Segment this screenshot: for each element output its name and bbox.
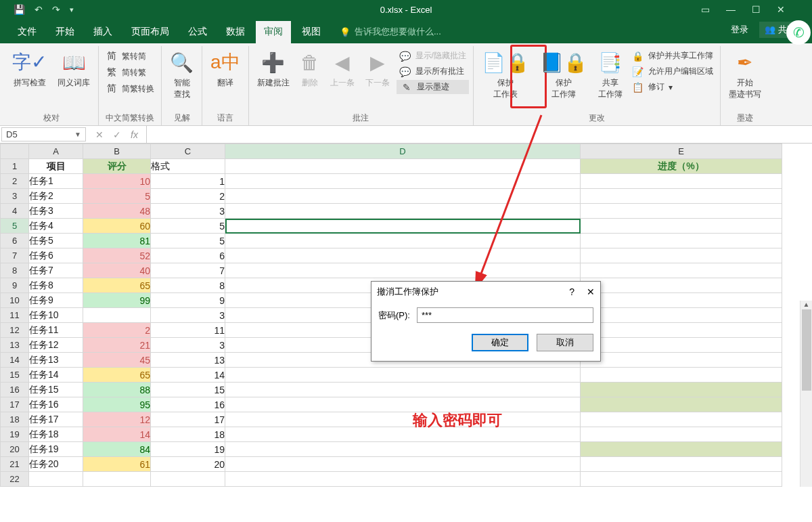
cell-B2[interactable]: 10 <box>83 174 151 189</box>
redo-icon[interactable]: ↷ <box>52 4 60 15</box>
phone-icon[interactable]: ✆ <box>786 20 811 45</box>
cell-B9[interactable]: 65 <box>83 278 151 293</box>
row-17[interactable]: 17 <box>1 397 29 412</box>
row-22[interactable]: 22 <box>1 472 29 487</box>
vertical-scrollbar[interactable]: ▲ <box>800 301 812 487</box>
cell-B17[interactable]: 95 <box>83 397 151 412</box>
cell-A21[interactable]: 任务20 <box>29 457 83 472</box>
ok-button[interactable]: 确定 <box>472 334 528 351</box>
cell-A9[interactable]: 任务8 <box>29 278 83 293</box>
cell-B12[interactable]: 2 <box>83 323 151 338</box>
cell-E18[interactable] <box>581 412 782 427</box>
cell-E13[interactable] <box>581 338 782 353</box>
protect-workbook-button[interactable]: 📘🔒 保护 工作簿 <box>536 47 591 103</box>
cell-C12[interactable]: 11 <box>151 323 225 338</box>
allow-edit-button[interactable]: 📝允许用户编辑区域 <box>629 64 716 79</box>
cell-C14[interactable]: 13 <box>151 353 225 368</box>
cell-C1[interactable]: 格式 <box>151 159 225 174</box>
tell-me-search[interactable]: 💡 告诉我您想要做什么... <box>340 26 441 43</box>
spellcheck-button[interactable]: 字✓ 拼写检查 <box>8 47 51 91</box>
cell-E6[interactable] <box>581 234 782 248</box>
cell-B21[interactable]: 61 <box>83 457 151 472</box>
row-5[interactable]: 5 <box>1 219 29 234</box>
cell-D4[interactable] <box>225 204 581 219</box>
tab-公式[interactable]: 公式 <box>180 21 215 43</box>
protect-sheet-button[interactable]: 📄🔒 保护 工作表 <box>478 47 533 103</box>
track-changes-button[interactable]: 📋修订 ▾ <box>629 80 716 94</box>
tab-页面布局[interactable]: 页面布局 <box>123 21 177 43</box>
password-input[interactable] <box>417 307 593 323</box>
cell-E5[interactable] <box>581 219 782 234</box>
cell-C19[interactable]: 18 <box>151 427 225 442</box>
cell-B20[interactable]: 84 <box>83 442 151 457</box>
cell-C16[interactable]: 15 <box>151 383 225 397</box>
cell-E8[interactable] <box>581 263 782 278</box>
col-C[interactable]: C <box>151 144 225 159</box>
cell-A18[interactable]: 任务17 <box>29 412 83 427</box>
row-14[interactable]: 14 <box>1 353 29 368</box>
undo-icon[interactable]: ↶ <box>35 4 43 15</box>
cell-B13[interactable]: 21 <box>83 338 151 353</box>
cell-B15[interactable]: 65 <box>83 368 151 383</box>
col-D[interactable]: D <box>225 144 581 159</box>
restore-window-icon[interactable]: ▭ <box>701 4 710 15</box>
cell-A4[interactable]: 任务3 <box>29 204 83 219</box>
cell-D18[interactable] <box>225 412 581 427</box>
cell-C4[interactable]: 3 <box>151 204 225 219</box>
cell-E4[interactable] <box>581 204 782 219</box>
cell-A12[interactable]: 任务11 <box>29 323 83 338</box>
col-A[interactable]: A <box>29 144 83 159</box>
cell-A15[interactable]: 任务14 <box>29 368 83 383</box>
cell-E12[interactable] <box>581 323 782 338</box>
cell-A7[interactable]: 任务6 <box>29 248 83 263</box>
cell-A5[interactable]: 任务4 <box>29 219 83 234</box>
row-16[interactable]: 16 <box>1 383 29 397</box>
cell-D16[interactable] <box>225 383 581 397</box>
cell-A2[interactable]: 任务1 <box>29 174 83 189</box>
cell-D8[interactable] <box>225 263 581 278</box>
cell-C6[interactable]: 5 <box>151 234 225 248</box>
dialog-help-icon[interactable]: ? <box>569 286 574 297</box>
cell-B7[interactable]: 52 <box>83 248 151 263</box>
row-19[interactable]: 19 <box>1 427 29 442</box>
cell-B11[interactable] <box>83 308 151 323</box>
cell-E2[interactable] <box>581 174 782 189</box>
cell-D19[interactable] <box>225 427 581 442</box>
cell-E9[interactable] <box>581 278 782 293</box>
cell-E11[interactable] <box>581 308 782 323</box>
cell-D7[interactable] <box>225 248 581 263</box>
cell-C17[interactable]: 16 <box>151 397 225 412</box>
share-workbook-button[interactable]: 📑 共享 工作簿 <box>594 47 627 103</box>
cell-D1[interactable] <box>225 159 581 174</box>
cell-B16[interactable]: 88 <box>83 383 151 397</box>
cell-D2[interactable] <box>225 174 581 189</box>
row-4[interactable]: 4 <box>1 204 29 219</box>
row-21[interactable]: 21 <box>1 457 29 472</box>
cell-A17[interactable]: 任务16 <box>29 397 83 412</box>
translate-button[interactable]: a中 翻译 <box>206 47 244 91</box>
cell-B19[interactable]: 14 <box>83 427 151 442</box>
cell-D20[interactable] <box>225 442 581 457</box>
formula-input[interactable] <box>147 126 812 143</box>
row-12[interactable]: 12 <box>1 323 29 338</box>
cell-C8[interactable]: 7 <box>151 263 225 278</box>
cell-C22[interactable] <box>151 472 225 487</box>
smart-lookup-button[interactable]: 🔍 智能 查找 <box>166 47 198 103</box>
cell-C11[interactable]: 3 <box>151 308 225 323</box>
cell-A22[interactable] <box>29 472 83 487</box>
tab-开始[interactable]: 开始 <box>47 21 83 43</box>
row-6[interactable]: 6 <box>1 234 29 248</box>
protect-share-button[interactable]: 🔒保护并共享工作簿 <box>629 49 716 63</box>
cell-B3[interactable]: 5 <box>83 189 151 204</box>
cell-B1[interactable]: 评分 <box>83 159 151 174</box>
cell-D22[interactable] <box>225 472 581 487</box>
row-11[interactable]: 11 <box>1 308 29 323</box>
trad-to-simp-button[interactable]: 简繁转简 <box>103 49 157 64</box>
cell-A11[interactable]: 任务10 <box>29 308 83 323</box>
cell-D6[interactable] <box>225 234 581 248</box>
col-B[interactable]: B <box>83 144 151 159</box>
minimize-icon[interactable]: — <box>726 4 736 15</box>
cell-E3[interactable] <box>581 189 782 204</box>
fx-icon[interactable]: fx <box>131 129 138 140</box>
cell-A1[interactable]: 项目 <box>29 159 83 174</box>
